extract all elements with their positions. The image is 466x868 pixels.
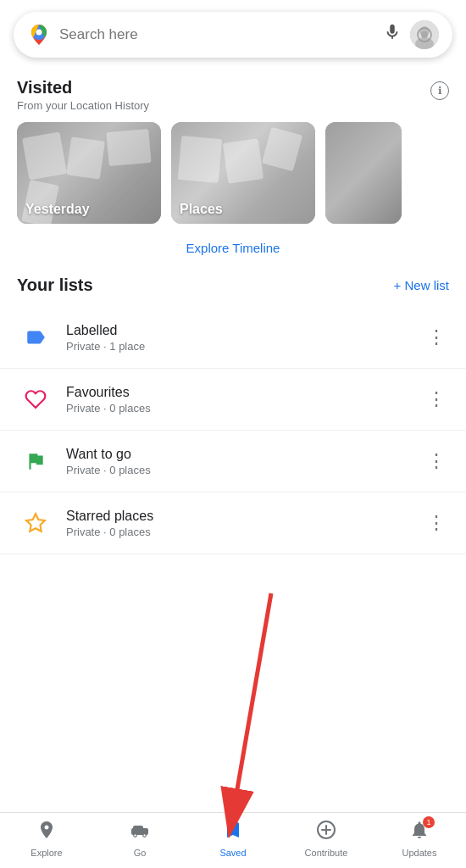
labelled-icon (17, 319, 54, 356)
list-item-labelled[interactable]: Labelled Private · 1 place ⋮ (0, 307, 466, 369)
svg-point-11 (134, 834, 137, 837)
list-item-want-to-go[interactable]: Want to go Private · 0 places ⋮ (0, 431, 466, 492)
svg-rect-10 (133, 826, 143, 830)
search-bar[interactable] (14, 12, 452, 58)
visited-header: Visited From your Location History ℹ (17, 78, 449, 122)
search-input[interactable] (59, 26, 374, 43)
labelled-content: Labelled Private · 1 place (66, 323, 424, 353)
want-to-go-icon (17, 442, 54, 480)
nav-item-contribute[interactable]: Contribute (301, 820, 352, 858)
contribute-label: Contribute (305, 848, 348, 858)
explore-icon (36, 820, 57, 845)
starred-places-more-icon[interactable]: ⋮ (424, 509, 449, 537)
nav-item-go[interactable]: Go (114, 820, 165, 858)
lists-header: Your lists + New list (0, 270, 466, 307)
svg-point-5 (421, 31, 428, 38)
mic-icon[interactable] (383, 23, 402, 47)
visited-card-places[interactable]: Places (171, 122, 315, 224)
visited-card-yesterday[interactable]: Yesterday (17, 122, 161, 224)
saved-icon (223, 820, 243, 845)
visited-section: Visited From your Location History ℹ (0, 70, 466, 122)
favourites-icon (17, 381, 54, 418)
nav-item-updates[interactable]: 1 Updates (394, 820, 445, 858)
favourites-name: Favourites (66, 385, 424, 400)
card-label-places: Places (171, 195, 231, 224)
contribute-icon (316, 820, 336, 845)
starred-places-content: Starred places Private · 0 places (66, 509, 424, 538)
lists-title: Your lists (17, 275, 93, 295)
saved-label: Saved (219, 848, 246, 858)
go-icon (130, 820, 150, 845)
explore-label: Explore (31, 848, 62, 858)
want-to-go-content: Want to go Private · 0 places (66, 447, 424, 476)
bottom-nav: Explore Go Saved (0, 812, 466, 868)
updates-label: Updates (402, 848, 437, 858)
nav-item-saved[interactable]: Saved (208, 820, 258, 858)
explore-timeline-link[interactable]: Explore Timeline (0, 237, 466, 270)
want-to-go-sub: Private · 0 places (66, 464, 424, 476)
visited-cards-row: Yesterday Places (0, 122, 466, 237)
visited-card-partial[interactable] (325, 122, 402, 224)
labelled-name: Labelled (66, 323, 424, 338)
updates-badge: 1 (423, 816, 435, 828)
info-icon[interactable]: ℹ (430, 81, 449, 100)
avatar[interactable] (410, 20, 439, 49)
labelled-more-icon[interactable]: ⋮ (424, 323, 449, 352)
want-to-go-more-icon[interactable]: ⋮ (424, 447, 449, 476)
lists-container: Labelled Private · 1 place ⋮ Favourites … (0, 307, 466, 554)
labelled-sub: Private · 1 place (66, 340, 424, 353)
visited-subtitle: From your Location History (17, 99, 430, 112)
list-item-starred-places[interactable]: Starred places Private · 0 places ⋮ (0, 492, 466, 554)
starred-places-sub: Private · 0 places (66, 526, 424, 538)
new-list-button[interactable]: + New list (394, 278, 449, 292)
visited-text: Visited From your Location History (17, 78, 430, 122)
svg-point-12 (143, 834, 147, 837)
starred-places-icon (17, 504, 54, 542)
go-label: Go (134, 848, 147, 858)
main-content: Visited From your Location History ℹ Yes… (0, 12, 466, 622)
list-item-favourites[interactable]: Favourites Private · 0 places ⋮ (0, 369, 466, 431)
want-to-go-name: Want to go (66, 447, 424, 462)
google-maps-logo (27, 23, 51, 47)
nav-item-explore[interactable]: Explore (21, 820, 72, 858)
favourites-content: Favourites Private · 0 places (66, 385, 424, 415)
favourites-sub: Private · 0 places (66, 402, 424, 415)
svg-marker-6 (26, 514, 45, 531)
favourites-more-icon[interactable]: ⋮ (424, 385, 449, 414)
svg-point-0 (36, 30, 42, 36)
svg-line-8 (233, 593, 271, 814)
starred-places-name: Starred places (66, 509, 424, 524)
visited-title: Visited (17, 78, 430, 97)
updates-icon: 1 (409, 820, 430, 845)
card-label-yesterday: Yesterday (17, 195, 98, 224)
